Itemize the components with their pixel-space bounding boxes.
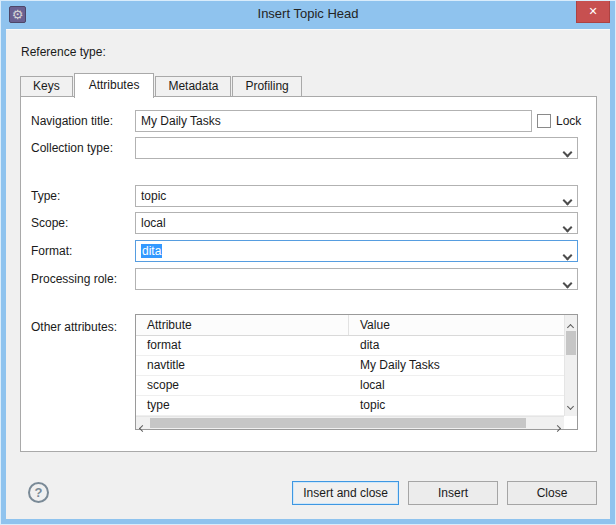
attributes-tab-panel: Navigation title: Lock Collection type: … bbox=[20, 96, 597, 452]
attribute-cell: navtitle bbox=[136, 356, 349, 375]
table-header: Attribute Value bbox=[136, 315, 564, 336]
close-button[interactable]: Close bbox=[507, 481, 597, 505]
column-header-value[interactable]: Value bbox=[349, 315, 564, 335]
format-combobox[interactable]: dita bbox=[135, 240, 578, 262]
chevron-down-icon bbox=[564, 248, 571, 262]
format-row: Format: dita bbox=[21, 240, 596, 262]
chevron-down-icon bbox=[564, 193, 571, 207]
navigation-title-row: Navigation title: Lock bbox=[21, 110, 596, 132]
value-cell: dita bbox=[349, 336, 564, 355]
vertical-scrollbar[interactable] bbox=[564, 315, 577, 416]
table-row[interactable]: formatdita bbox=[136, 336, 564, 356]
scope-label: Scope: bbox=[31, 212, 68, 234]
close-glyph: ✕ bbox=[588, 5, 597, 18]
processing-role-label: Processing role: bbox=[31, 268, 117, 290]
attribute-cell: scope bbox=[136, 376, 349, 395]
navigation-title-input[interactable] bbox=[135, 110, 532, 132]
help-button[interactable]: ? bbox=[28, 482, 49, 503]
scroll-left-icon[interactable] bbox=[140, 420, 145, 434]
other-attributes-table: Attribute Value formatditanavtitleMy Dai… bbox=[135, 314, 578, 430]
collection-type-label: Collection type: bbox=[31, 137, 113, 159]
insert-and-close-button[interactable]: Insert and close bbox=[292, 481, 399, 505]
tab-keys[interactable]: Keys bbox=[20, 76, 73, 96]
question-mark-icon: ? bbox=[35, 485, 43, 500]
collection-type-combobox[interactable] bbox=[135, 137, 578, 159]
reference-type-label: Reference type: bbox=[21, 45, 106, 59]
table-row[interactable]: scopelocal bbox=[136, 376, 564, 396]
type-label: Type: bbox=[31, 185, 60, 207]
table-row[interactable]: typetopic bbox=[136, 396, 564, 416]
attribute-cell: type bbox=[136, 396, 349, 415]
value-cell: My Daily Tasks bbox=[349, 356, 564, 375]
tab-profiling[interactable]: Profiling bbox=[232, 76, 301, 96]
selected-text: dita bbox=[141, 244, 162, 258]
lock-checkbox[interactable] bbox=[537, 114, 551, 128]
dialog-window: ⚙ Insert Topic Head ✕ Reference type: Ke… bbox=[0, 0, 616, 525]
tab-strip: Keys Attributes Metadata Profiling bbox=[20, 73, 303, 98]
value-cell: topic bbox=[349, 396, 564, 415]
vertical-scrollbar-thumb[interactable] bbox=[566, 331, 576, 355]
dialog-client-area: Reference type: Keys Attributes Metadata… bbox=[6, 29, 610, 519]
dialog-title: Insert Topic Head bbox=[1, 1, 615, 29]
dialog-buttons: Insert and close Insert Close bbox=[292, 481, 597, 505]
insert-button[interactable]: Insert bbox=[408, 481, 498, 505]
attributes-table-body: formatditanavtitleMy Daily Tasksscopeloc… bbox=[136, 336, 564, 416]
horizontal-scrollbar[interactable] bbox=[136, 416, 564, 429]
navigation-title-label: Navigation title: bbox=[31, 110, 113, 132]
scroll-down-icon[interactable] bbox=[568, 398, 573, 412]
scope-combobox[interactable]: local bbox=[135, 212, 578, 234]
processing-role-combobox[interactable] bbox=[135, 268, 578, 290]
horizontal-scrollbar-thumb[interactable] bbox=[150, 418, 526, 428]
lock-label: Lock bbox=[556, 110, 581, 132]
collection-type-row: Collection type: bbox=[21, 137, 596, 159]
processing-role-row: Processing role: bbox=[21, 268, 596, 290]
title-bar[interactable]: ⚙ Insert Topic Head ✕ bbox=[1, 1, 615, 29]
other-attributes-label: Other attributes: bbox=[31, 320, 117, 334]
chevron-down-icon bbox=[564, 220, 571, 234]
tab-attributes[interactable]: Attributes bbox=[74, 73, 155, 98]
close-icon[interactable]: ✕ bbox=[576, 1, 610, 23]
value-cell: local bbox=[349, 376, 564, 395]
chevron-down-icon bbox=[564, 276, 571, 290]
type-combobox[interactable]: topic bbox=[135, 185, 578, 207]
table-row[interactable]: navtitleMy Daily Tasks bbox=[136, 356, 564, 376]
column-header-attribute[interactable]: Attribute bbox=[136, 315, 349, 335]
attribute-cell: format bbox=[136, 336, 349, 355]
tab-metadata[interactable]: Metadata bbox=[155, 76, 231, 96]
chevron-down-icon bbox=[564, 145, 571, 159]
scope-row: Scope: local bbox=[21, 212, 596, 234]
type-row: Type: topic bbox=[21, 185, 596, 207]
format-label: Format: bbox=[31, 240, 72, 262]
scroll-right-icon[interactable] bbox=[555, 420, 560, 434]
